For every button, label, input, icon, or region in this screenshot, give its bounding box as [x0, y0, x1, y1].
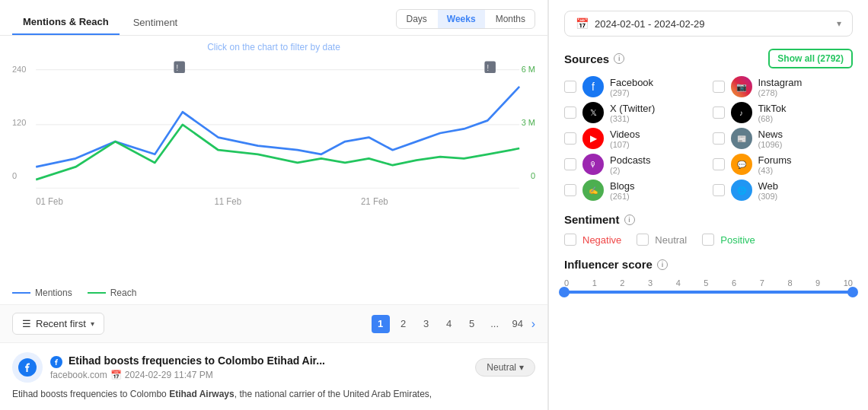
y-label-0: 0 — [12, 171, 17, 180]
source-checkbox-videos[interactable] — [564, 132, 576, 145]
sentiment-positive-label: Positive — [720, 234, 755, 246]
chart-legend: Mentions Reach — [0, 283, 547, 304]
sort-button[interactable]: ☰ Recent first ▾ — [12, 313, 104, 335]
slider-bar[interactable] — [564, 291, 853, 294]
source-text-instagram: Instagram (278) — [758, 77, 803, 97]
blogs-count: (261) — [610, 192, 635, 201]
source-text-videos: Videos (107) — [610, 129, 640, 149]
chart-hint: Click on the chart to filter by date — [12, 42, 535, 52]
calendar-icon: 📅 — [110, 370, 122, 380]
time-btn-months[interactable]: Months — [487, 10, 535, 28]
web-name: Web — [758, 180, 779, 192]
sentiment-negative-label: Negative — [582, 234, 621, 246]
slider-label-1: 1 — [592, 278, 597, 288]
page-94[interactable]: 94 — [509, 315, 527, 333]
legend-reach: Reach — [88, 288, 137, 298]
source-checkbox-web[interactable] — [713, 184, 725, 196]
show-all-button[interactable]: Show all (2792) — [768, 49, 853, 68]
sentiment-title-text: Sentiment — [564, 213, 620, 226]
source-text-web: Web (309) — [758, 180, 779, 201]
slider-label-5: 5 — [704, 278, 708, 288]
page-next-arrow[interactable]: › — [531, 317, 535, 331]
sources-grid: f Facebook (297) 📷 Instagram (278) 𝕏 X (… — [564, 76, 853, 201]
videos-name: Videos — [610, 129, 640, 140]
source-checkbox-news[interactable] — [713, 132, 725, 145]
time-btn-weeks[interactable]: Weeks — [438, 10, 485, 28]
legend-mentions-line — [12, 292, 30, 294]
sources-info-icon[interactable]: i — [614, 53, 624, 64]
source-text-facebook: Facebook (297) — [610, 77, 653, 97]
twitter-count: (331) — [610, 114, 655, 123]
y-right-0: 0 — [531, 171, 535, 180]
influencer-header: Influencer score i — [564, 258, 853, 271]
sentiment-badge[interactable]: Neutral ▾ — [475, 358, 535, 377]
slider-label-2: 2 — [620, 278, 624, 288]
date-picker-left: 📅 2024-02-01 - 2024-02-29 — [576, 17, 705, 30]
source-item-instagram: 📷 Instagram (278) — [713, 76, 854, 97]
source-checkbox-facebook[interactable] — [564, 81, 576, 93]
page-3[interactable]: 3 — [417, 315, 436, 333]
source-item-facebook: f Facebook (297) — [564, 76, 705, 97]
source-checkbox-blogs[interactable] — [564, 184, 576, 196]
tab-mentions-reach[interactable]: Mentions & Reach — [12, 10, 120, 35]
source-checkbox-tiktok[interactable] — [713, 106, 725, 119]
left-panel: Mentions & Reach Sentiment Days Weeks Mo… — [0, 0, 548, 410]
slider-label-8: 8 — [787, 278, 792, 288]
page-4[interactable]: 4 — [440, 315, 458, 333]
sentiment-badge-label: Neutral — [487, 362, 516, 373]
influencer-section: Influencer score i 0 1 2 3 4 5 6 7 8 9 1… — [564, 258, 853, 294]
chart-area: Click on the chart to filter by date 240… — [0, 36, 547, 283]
source-text-podcasts: Podcasts (2) — [610, 154, 650, 175]
news-source-icon: 📰 — [731, 128, 752, 149]
sentiment-badge-chevron: ▾ — [519, 362, 524, 373]
source-checkbox-instagram[interactable] — [713, 81, 725, 93]
sort-bar: ☰ Recent first ▾ 1 2 3 4 5 ... 94 › — [0, 304, 547, 343]
page-1[interactable]: 1 — [372, 315, 390, 333]
sentiment-info-icon[interactable]: i — [624, 215, 635, 225]
legend-reach-line — [88, 292, 106, 294]
sentiment-checkbox-neutral[interactable] — [637, 234, 649, 246]
slider-thumb-right[interactable] — [847, 287, 858, 297]
article-date: 2024-02-29 11:47 PM — [125, 370, 213, 380]
tab-sentiment[interactable]: Sentiment — [123, 10, 189, 35]
sentiment-section: Sentiment i Negative Neutral Positive — [564, 213, 853, 246]
article-title-text: Etihad boosts frequencies to Colombo Eti… — [69, 354, 325, 367]
pagination: 1 2 3 4 5 ... 94 › — [372, 315, 535, 333]
svg-text:21 Feb: 21 Feb — [361, 196, 388, 207]
sentiment-neutral: Neutral — [637, 234, 687, 246]
page-5[interactable]: 5 — [463, 315, 481, 333]
source-checkbox-twitter[interactable] — [564, 106, 576, 119]
date-picker-chevron-icon: ▾ — [837, 18, 841, 29]
sentiment-checkbox-positive[interactable] — [702, 234, 714, 246]
sentiment-checkbox-negative[interactable] — [564, 234, 576, 246]
article-card: Etihad boosts frequencies to Colombo Eti… — [0, 343, 547, 410]
source-text-news: News (1096) — [758, 129, 783, 149]
slider-label-7: 7 — [760, 278, 764, 288]
date-picker[interactable]: 📅 2024-02-01 - 2024-02-29 ▾ — [564, 11, 853, 37]
slider-label-3: 3 — [648, 278, 653, 288]
sort-icon: ☰ — [22, 318, 31, 329]
source-text-twitter: X (Twitter) (331) — [610, 103, 655, 123]
source-checkbox-podcasts[interactable] — [564, 158, 576, 170]
influencer-info-icon[interactable]: i — [657, 259, 668, 270]
article-source: facebook.com 📅 2024-02-29 11:47 PM — [50, 370, 468, 380]
news-count: (1096) — [758, 140, 783, 149]
chart-svg: ! ! 01 Feb 11 Feb 21 Feb — [12, 57, 535, 209]
source-item-forums: 💬 Forums (43) — [713, 154, 854, 175]
web-count: (309) — [758, 192, 779, 201]
podcasts-source-icon: 🎙 — [582, 154, 604, 175]
article-domain: facebook.com — [50, 370, 107, 380]
slider-thumb-left[interactable] — [559, 287, 570, 297]
sentiment-options: Negative Neutral Positive — [564, 234, 853, 246]
videos-count: (107) — [610, 140, 640, 149]
article-header: Etihad boosts frequencies to Colombo Eti… — [12, 352, 535, 383]
time-btn-days[interactable]: Days — [397, 10, 436, 28]
source-item-web: 🌐 Web (309) — [713, 180, 854, 201]
right-panel: 📅 2024-02-01 - 2024-02-29 ▾ Sources i Sh… — [548, 0, 868, 410]
forums-name: Forums — [758, 154, 792, 166]
source-checkbox-forums[interactable] — [713, 158, 725, 170]
chart-container[interactable]: 240 120 0 6 M 3 M 0 ! ! — [12, 57, 535, 209]
slider-fill — [564, 291, 853, 294]
slider-label-4: 4 — [676, 278, 681, 288]
page-2[interactable]: 2 — [394, 315, 413, 333]
